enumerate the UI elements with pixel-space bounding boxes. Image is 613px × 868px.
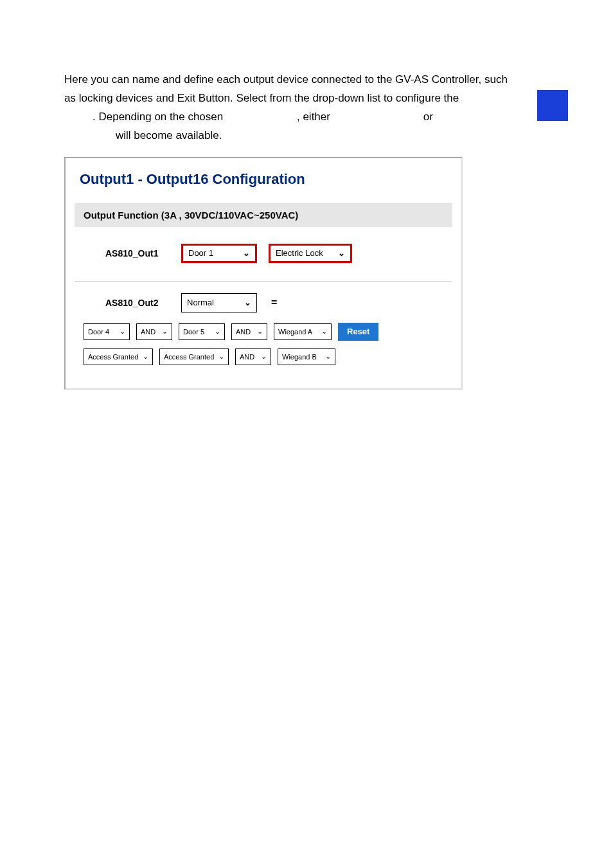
output2-condition-row-b: Access Granted ⌄ Access Granted ⌄ AND ⌄ … [75,348,452,365]
select-value: Door 1 [188,248,213,258]
config-panel: Output1 - Output16 Configuration Output … [64,157,463,390]
output2-panel: AS810_Out2 Normal ⌄ = Door 4 ⌄ AND ⌄ Doo… [75,281,452,365]
select-value: Door 4 [88,328,109,336]
chevron-down-icon: ⌄ [218,352,224,361]
wiegand-select[interactable]: Wiegand B ⌄ [278,348,335,365]
chevron-down-icon: ⌄ [321,327,327,336]
intro-text: or [333,111,433,123]
op-select[interactable]: AND ⌄ [235,348,271,365]
access-select[interactable]: Access Granted ⌄ [84,348,153,365]
select-value: Access Granted [164,353,214,361]
intro-text: Here you can name and define each output… [64,73,508,86]
op-select[interactable]: AND ⌄ [136,323,172,340]
output2-row-main: AS810_Out2 Normal ⌄ = [75,293,452,312]
output1-door-select[interactable]: Door 1 ⌄ [181,244,257,263]
output1-row: AS810_Out1 Door 1 ⌄ Electric Lock ⌄ [75,237,452,281]
op-select[interactable]: AND ⌄ [231,323,267,340]
select-value: AND [141,328,155,336]
config-title: Output1 - Output16 Configuration [80,171,447,188]
select-value: AND [236,328,251,336]
output1-label: AS810_Out1 [105,248,170,258]
intro-paragraph: Here you can name and define each output… [64,71,562,145]
select-value: Normal [187,298,214,307]
output2-condition-row-a: Door 4 ⌄ AND ⌄ Door 5 ⌄ AND ⌄ Wiegand A [75,323,452,341]
equals-sign: = [271,297,277,309]
door-select[interactable]: Door 5 ⌄ [179,323,225,340]
intro-text: , either [226,111,330,123]
chevron-down-icon: ⌄ [162,327,168,336]
chevron-down-icon: ⌄ [143,352,148,361]
header-square [537,90,568,121]
chevron-down-icon: ⌄ [261,352,267,361]
chevron-down-icon: ⌄ [338,248,345,258]
chevron-down-icon: ⌄ [257,327,263,336]
section-header: Output Function (3A , 30VDC/110VAC~250VA… [75,203,452,227]
door-select[interactable]: Door 4 ⌄ [84,323,130,340]
intro-text: will become available. [64,129,222,141]
select-value: AND [240,353,254,361]
select-value: Access Granted [88,353,138,361]
access-select[interactable]: Access Granted ⌄ [159,348,229,365]
intro-text: . Depending on the chosen [64,111,223,123]
chevron-down-icon: ⌄ [325,352,331,361]
intro-text: as locking devices and Exit Button. Sele… [64,92,459,104]
select-value: Door 5 [183,328,204,336]
chevron-down-icon: ⌄ [243,248,250,258]
chevron-down-icon: ⌄ [244,298,251,307]
output2-mode-select[interactable]: Normal ⌄ [181,293,257,312]
output2-label: AS810_Out2 [105,298,170,308]
select-value: Wiegand B [282,353,317,361]
output1-function-select[interactable]: Electric Lock ⌄ [269,244,352,263]
select-value: Wiegand A [278,328,312,336]
chevron-down-icon: ⌄ [215,327,220,336]
reset-button[interactable]: Reset [338,323,378,341]
wiegand-select[interactable]: Wiegand A ⌄ [274,323,332,340]
chevron-down-icon: ⌄ [120,327,125,336]
select-value: Electric Lock [276,248,323,258]
